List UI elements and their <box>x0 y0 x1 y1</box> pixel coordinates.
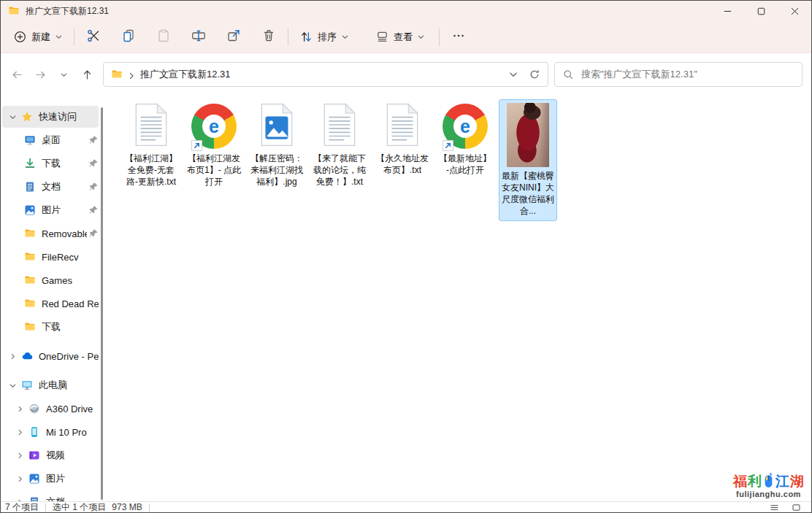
sidebar-item-label: 此电脑 <box>39 379 99 392</box>
chevron-right-icon[interactable] <box>14 473 26 485</box>
toolbar-actions <box>79 25 283 50</box>
text-file-icon <box>134 103 169 150</box>
chevron-down-icon <box>417 33 425 41</box>
photo-thumbnail <box>507 103 549 167</box>
plus-circle-icon <box>13 30 27 44</box>
sidebar-item-label: 快速访问 <box>39 110 99 123</box>
chevron-right-icon[interactable] <box>14 496 26 501</box>
selection-count: 选中 1 个项目 <box>53 501 106 513</box>
status-bar: 7 个项目 选中 1 个项目 973 MB <box>1 501 811 512</box>
more-options-button[interactable] <box>444 25 473 50</box>
sidebar-item-下载[interactable]: 下载 <box>2 316 99 338</box>
sidebar-item-label: 视频 <box>46 449 99 462</box>
large-icons-view-toggle[interactable] <box>789 502 803 512</box>
sort-button[interactable]: 排序 <box>293 25 356 49</box>
file-name: 【来了就能下载的论坛，纯免费！】.txt <box>312 151 367 190</box>
sidebar-item-FileRecv[interactable]: FileRecv <box>2 246 99 268</box>
chevron-right-icon[interactable] <box>14 426 26 438</box>
sidebar-item-图片[interactable]: 图片 <box>2 468 99 490</box>
sidebar-item-图片[interactable]: 图片 <box>2 199 99 221</box>
sidebar-item-Red Dead Red[interactable]: Red Dead Red <box>2 293 99 315</box>
cut-button[interactable] <box>79 25 108 50</box>
navigation-pane: 快速访问桌面下载文档图片RemovableFileRecvGamesRed De… <box>1 96 107 501</box>
folder-icon <box>24 251 36 263</box>
file-tile-7[interactable]: 最新【蜜桃臀女友NINI】大尺度微信福利合... <box>499 99 557 221</box>
explorer-window: 推广文宣下载新12.31 新建 排序 查看 <box>0 0 812 513</box>
watermark-logo: 福利江湖 fulijianghu.com <box>733 473 804 498</box>
paste-icon <box>156 28 171 46</box>
sidebar-item-视频[interactable]: 视频 <box>2 444 99 466</box>
minimize-button[interactable] <box>710 1 744 21</box>
delete-icon <box>261 28 276 46</box>
chevron-right-icon[interactable] <box>14 450 26 461</box>
maximize-button[interactable] <box>744 1 778 21</box>
sidebar-item-label: 文档 <box>46 495 99 501</box>
sidebar-item-桌面[interactable]: 桌面 <box>2 129 99 151</box>
file-name: 【福利江湖发布页1】- 点此打开 <box>186 151 242 190</box>
chevron-down-icon <box>55 33 63 41</box>
rename-icon <box>191 28 206 46</box>
address-dropdown-icon[interactable] <box>508 69 518 80</box>
delete-button[interactable] <box>254 25 283 50</box>
file-name: 【解压密码：来福利江湖找福利】.jpg <box>249 151 304 190</box>
share-button[interactable] <box>219 25 248 50</box>
sidebar-item-OneDrive - Pers[interactable]: OneDrive - Pers <box>2 345 99 367</box>
window-title: 推广文宣下载新12.31 <box>26 5 710 18</box>
copy-button[interactable] <box>114 25 143 50</box>
address-bar[interactable]: 推广文宣下载新12.31 <box>103 62 548 87</box>
view-button[interactable]: 查看 <box>369 25 432 49</box>
refresh-icon[interactable] <box>529 69 540 80</box>
chevron-right-icon[interactable] <box>14 403 26 414</box>
thumbnail-view-icon <box>791 503 802 512</box>
file-tile-3[interactable]: 【解压密码：来福利江湖找福利】.jpg <box>248 99 306 192</box>
file-tile-4[interactable]: 【来了就能下载的论坛，纯免费！】.txt <box>310 99 369 192</box>
selection-size: 973 MB <box>112 502 142 512</box>
back-button[interactable] <box>5 63 28 86</box>
sidebar-item-A360 Drive[interactable]: A360 Drive <box>2 398 99 420</box>
close-button[interactable] <box>778 1 811 21</box>
sidebar-item-Removable[interactable]: Removable <box>2 223 99 244</box>
chevron-down-icon[interactable] <box>7 111 18 123</box>
sidebar-item-文档[interactable]: 文档 <box>2 491 99 501</box>
pin-icon <box>88 228 99 239</box>
status-divider <box>149 504 150 512</box>
up-button[interactable] <box>75 63 99 86</box>
folder-icon <box>24 228 36 239</box>
sidebar-scrollbar[interactable] <box>99 106 105 500</box>
sidebar-item-Games[interactable]: Games <box>2 269 99 291</box>
new-button[interactable]: 新建 <box>7 25 69 49</box>
file-tile-5[interactable]: 【永久地址发布页】.txt <box>373 99 432 180</box>
sidebar-item-快速访问[interactable]: 快速访问 <box>2 106 99 128</box>
breadcrumb-path[interactable]: 推广文宣下载新12.31 <box>140 68 508 81</box>
pictures-icon <box>24 204 36 216</box>
sidebar-item-下载[interactable]: 下载 <box>2 153 99 174</box>
scrollbar-thumb[interactable] <box>101 107 103 500</box>
toolbar-divider <box>439 28 440 46</box>
cut-icon <box>86 28 101 46</box>
text-file-icon <box>322 103 357 150</box>
view-button-label: 查看 <box>394 31 413 44</box>
file-tile-1[interactable]: 【福利江湖】全免费-无套路-更新快.txt <box>122 99 180 192</box>
sidebar-item-label: A360 Drive <box>46 404 99 414</box>
copy-icon <box>121 28 136 46</box>
document-icon <box>24 181 36 193</box>
chevron-right-icon[interactable] <box>7 350 18 362</box>
forward-button[interactable] <box>28 63 52 86</box>
file-tile-6[interactable]: e【最新地址】-点此打开 <box>436 99 494 180</box>
sidebar-item-Mi 10 Pro[interactable]: Mi 10 Pro <box>2 421 99 443</box>
rename-button[interactable] <box>184 25 213 50</box>
history-dropdown-button[interactable] <box>52 63 75 86</box>
chevron-down-icon[interactable] <box>7 379 18 391</box>
sidebar-item-文档[interactable]: 文档 <box>2 176 99 198</box>
phone-icon <box>28 426 40 438</box>
file-list-area[interactable]: 【福利江湖】全免费-无套路-更新快.txte【福利江湖发布页1】- 点此打开【解… <box>107 96 811 501</box>
details-view-toggle[interactable] <box>767 502 781 512</box>
ellipsis-icon <box>451 28 466 46</box>
pin-icon <box>88 158 99 169</box>
file-tile-2[interactable]: e【福利江湖发布页1】- 点此打开 <box>185 99 243 192</box>
file-name: 【永久地址发布页】.txt <box>375 151 430 178</box>
breadcrumb-chevron-icon <box>127 70 136 79</box>
shortcut-arrow-icon <box>443 140 453 151</box>
sidebar-item-此电脑[interactable]: 此电脑 <box>2 374 99 396</box>
search-input[interactable]: 搜索"推广文宣下载新12.31" <box>554 62 803 87</box>
